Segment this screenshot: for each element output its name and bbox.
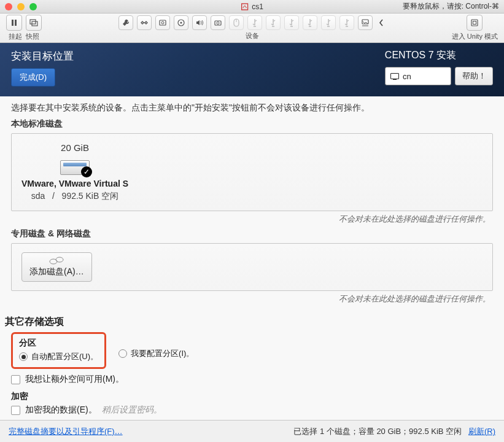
- centos-label: CENTOS 7 安装: [385, 49, 493, 62]
- disk-subline: sda / 992.5 KiB 空闲: [31, 191, 118, 202]
- pause-label: 挂起: [9, 32, 22, 41]
- partition-auto-radio[interactable]: 自动配置分区(U)。: [19, 351, 98, 362]
- extra-space-label: 我想让额外空间可用(M)。: [25, 374, 124, 385]
- refresh-link[interactable]: 刷新(R): [468, 427, 495, 436]
- content-area: 选择要在其中安装系统的设备。点击主菜单中的"开始安装"按钮前不会对该设备进行任何…: [0, 96, 504, 420]
- checkbox-icon: [11, 406, 20, 415]
- svg-rect-14: [471, 20, 478, 26]
- local-disks-heading: 本地标准磁盘: [11, 118, 493, 130]
- usb-icon[interactable]: [321, 15, 336, 30]
- other-storage-heading: 其它存储选项: [5, 316, 493, 328]
- svg-point-6: [161, 21, 164, 24]
- selection-status: 已选择 1 个磁盘；容量 20 GiB；992.5 KiB 空闲: [293, 427, 462, 436]
- bottom-bar: 完整磁盘摘要以及引导程序(F)… 已选择 1 个磁盘；容量 20 GiB；992…: [0, 420, 504, 442]
- encrypt-hint: 稍后设置密码。: [102, 405, 162, 416]
- disk-summary-link[interactable]: 完整磁盘摘要以及引导程序(F)…: [9, 426, 123, 437]
- no-action-hint-1: 不会对未在此处选择的磁盘进行任何操作。: [11, 214, 493, 225]
- usb-icon[interactable]: [303, 15, 317, 30]
- wrench-icon[interactable]: [118, 15, 133, 30]
- sound-icon[interactable]: [192, 15, 207, 30]
- bottom-right-group: 已选择 1 个磁盘；容量 20 GiB；992.5 KiB 空闲 刷新(R): [293, 426, 495, 437]
- disk-card[interactable]: 20 GiB ✓ VMware, VMware Virtual S sda / …: [21, 142, 128, 202]
- keyboard-layout-value: cn: [403, 72, 411, 81]
- svg-rect-1: [12, 20, 14, 26]
- svg-rect-0: [241, 4, 247, 10]
- encrypt-heading: 加密: [11, 391, 493, 402]
- svg-rect-5: [160, 20, 166, 25]
- svg-point-17: [56, 257, 63, 262]
- disk-device: sda: [31, 191, 45, 201]
- done-button[interactable]: 完成(D): [11, 68, 55, 87]
- disk-free: 992.5 KiB 空闲: [62, 191, 119, 201]
- camera-icon[interactable]: [211, 15, 225, 30]
- usb-icon[interactable]: [247, 15, 262, 30]
- installer-header: 安装目标位置 完成(D) CENTOS 7 安装 cn 帮助！: [0, 43, 504, 96]
- zoom-window-button[interactable]: [29, 3, 37, 10]
- partition-manual-label: 我要配置分区(I)。: [131, 348, 194, 359]
- encrypt-checkbox[interactable]: 加密我的数据(E)。 稍后设置密码。: [11, 405, 493, 416]
- pause-button[interactable]: [6, 15, 22, 31]
- snapshot-button[interactable]: [26, 15, 42, 31]
- cd-icon[interactable]: [174, 15, 188, 30]
- close-window-button[interactable]: [5, 3, 12, 10]
- unity-label: 进入 Unity 模式: [452, 32, 498, 41]
- radio-icon: [19, 352, 28, 361]
- help-button[interactable]: 帮助！: [455, 67, 493, 85]
- partition-heading: 分区: [19, 338, 98, 349]
- device-label: 设备: [246, 31, 259, 41]
- partition-manual-radio[interactable]: 我要配置分区(I)。: [118, 348, 194, 359]
- keyboard-icon: [390, 73, 399, 79]
- local-disks-frame: 20 GiB ✓ VMware, VMware Virtual S sda / …: [11, 133, 493, 211]
- add-disk-icon: [47, 257, 66, 265]
- chevron-left-icon[interactable]: [376, 15, 386, 30]
- partition-highlight-box: 分区 自动配置分区(U)。: [11, 332, 106, 369]
- usb-icon[interactable]: [339, 15, 354, 30]
- minimize-window-button[interactable]: [17, 3, 25, 10]
- vm-toolbar: 挂起 快照 设备 进入 Unity 模: [0, 14, 504, 43]
- page-title: 安装目标位置: [11, 49, 74, 63]
- svg-point-8: [180, 22, 182, 24]
- svg-rect-15: [473, 21, 476, 25]
- disk-icon: ✓: [60, 157, 90, 175]
- no-action-hint-2: 不会对未在此处选择的磁盘进行任何操作。: [11, 293, 493, 304]
- release-mouse-hint: 要释放鼠标，请按: Control-⌘: [403, 1, 499, 12]
- mouse-icon[interactable]: [229, 15, 244, 30]
- network-icon[interactable]: [137, 15, 152, 30]
- intro-text: 选择要在其中安装系统的设备。点击主菜单中的"开始安装"按钮前不会对该设备进行任何…: [11, 103, 493, 114]
- window-title: cs1: [241, 2, 263, 11]
- svg-point-10: [217, 22, 219, 25]
- partition-auto-label: 自动配置分区(U)。: [31, 351, 98, 362]
- check-icon: ✓: [81, 166, 92, 177]
- snapshot-label: 快照: [26, 32, 39, 41]
- svg-rect-2: [15, 20, 17, 26]
- extra-space-checkbox[interactable]: 我想让额外空间可用(M)。: [11, 374, 493, 385]
- special-disks-heading: 专用磁盘 & 网络磁盘: [11, 228, 493, 239]
- harddisk-icon[interactable]: [155, 15, 170, 30]
- display-icon[interactable]: [358, 15, 373, 30]
- keyboard-layout-field[interactable]: cn: [385, 67, 451, 85]
- done-button-label: 完成(D): [20, 72, 47, 83]
- window-titlebar: cs1 要释放鼠标，请按: Control-⌘: [0, 0, 504, 14]
- window-title-text: cs1: [252, 2, 263, 11]
- disk-size: 20 GiB: [61, 142, 89, 153]
- usb-icon[interactable]: [284, 15, 299, 30]
- special-disks-frame: 添加磁盘(A)…: [11, 243, 493, 291]
- add-disk-button[interactable]: 添加磁盘(A)…: [21, 252, 92, 282]
- unity-button[interactable]: [467, 15, 483, 31]
- help-button-label: 帮助！: [462, 71, 486, 82]
- disk-name: VMware, VMware Virtual S: [21, 179, 128, 188]
- vm-icon: [241, 3, 248, 10]
- usb-icon[interactable]: [266, 15, 281, 30]
- checkbox-icon: [11, 375, 20, 384]
- encrypt-label: 加密我的数据(E)。: [25, 405, 97, 416]
- add-disk-label: 添加磁盘(A)…: [29, 266, 84, 277]
- radio-icon: [118, 349, 127, 358]
